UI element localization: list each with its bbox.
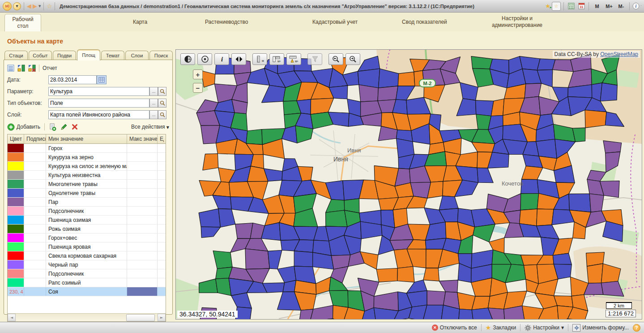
calendar-picker-button[interactable]	[97, 75, 107, 84]
date-input[interactable]	[48, 75, 97, 84]
layer-label: Слой:	[7, 112, 48, 118]
favorites-list-icon[interactable]: ☆	[552, 2, 561, 11]
settings-button[interactable]: Настройки ▼	[525, 324, 564, 331]
layer-open-button[interactable]	[158, 110, 166, 119]
param-open-button[interactable]	[158, 87, 166, 96]
edit-pencil-button[interactable]	[60, 123, 68, 130]
legend-columns-delete-icon[interactable]	[28, 65, 36, 72]
legend-row[interactable]: Культура неизвестна	[8, 171, 166, 180]
legend-row[interactable]: Черный пар	[8, 260, 166, 269]
color-swatch	[8, 234, 24, 242]
zoom-out-button[interactable]: −	[193, 83, 203, 93]
measure-object-area-button[interactable]: м²	[286, 53, 301, 65]
legend-row-selected[interactable]: 230, 4Соя	[8, 287, 166, 296]
column-header[interactable]: Мин значение	[46, 134, 127, 143]
param-input[interactable]	[48, 87, 149, 96]
legend-row[interactable]: Однолетние травы	[8, 189, 166, 198]
add-favorite-icon[interactable]: ★➤	[545, 3, 550, 9]
map-canvas[interactable]: ИвняИвняКочетовМ-2	[176, 50, 642, 319]
object-type-select-button[interactable]: ...	[149, 99, 158, 108]
edit-form-button[interactable]: Изменить форму...	[572, 324, 629, 332]
measure-perimeter-area-button[interactable]: м²	[269, 53, 284, 65]
history-dropdown-icon[interactable]: ▼	[38, 4, 41, 8]
globe-button[interactable]	[180, 53, 195, 65]
legend-row[interactable]: Многолетние травы	[8, 180, 166, 189]
forward-button[interactable]: ▶	[33, 3, 37, 9]
legend-row[interactable]: Пар	[8, 198, 166, 207]
all-actions-button[interactable]: Все действия ▼	[131, 124, 169, 130]
back-button[interactable]: ◀	[27, 3, 31, 9]
filter-button[interactable]	[307, 53, 322, 65]
panel-tab-7[interactable]: Поиск	[149, 51, 173, 60]
layer-input[interactable]	[48, 110, 149, 119]
bookmarks-button[interactable]: ★ Закладки	[486, 324, 516, 331]
add-button[interactable]: Добавить	[7, 123, 40, 131]
legend-row[interactable]: Горох	[8, 144, 166, 153]
m-button[interactable]: M	[592, 2, 602, 11]
favorites-star-icon[interactable]: ☆	[47, 3, 52, 9]
scrollbar-thumb[interactable]	[126, 314, 155, 321]
scroll-left-arrow[interactable]: ◄	[8, 314, 16, 321]
legend-columns-icon[interactable]	[17, 65, 25, 72]
panel-tab-4[interactable]: Площ	[77, 49, 100, 61]
section-tab-5[interactable]: Свод показателей	[397, 13, 452, 31]
panel-tab-3[interactable]: Подви	[53, 51, 76, 60]
scale-bar: 2 km	[606, 302, 632, 309]
m-plus-button[interactable]: M+	[604, 2, 614, 11]
column-header[interactable]: Макс значен	[127, 134, 158, 143]
section-tab-2[interactable]: Карта	[128, 13, 152, 31]
legend-row[interactable]: Подсолнечник	[8, 207, 166, 216]
layer-select-button[interactable]: ...	[149, 110, 158, 119]
center-target-button[interactable]	[197, 53, 212, 65]
label-cell	[24, 216, 46, 224]
scroll-right-arrow[interactable]: ►	[158, 314, 166, 321]
panel-tab-6[interactable]: Слои	[125, 51, 149, 60]
pan-arrows-button[interactable]	[231, 53, 246, 65]
measure-length-button[interactable]: м	[252, 53, 267, 65]
max-value-cell	[127, 234, 158, 242]
openstreetmap-link[interactable]: OpenStreetMap	[600, 51, 638, 57]
section-tab-6[interactable]: Настройки и администрирование	[478, 13, 556, 31]
label-cell	[24, 180, 46, 188]
unit-cell	[158, 144, 164, 152]
legend-table-header: ЦветПодписьМин значениеМакс значенЕд	[8, 134, 166, 144]
section-tab-3[interactable]: Растениеводство	[200, 13, 252, 31]
info-menu-button[interactable]: i	[632, 2, 641, 11]
object-type-input[interactable]	[48, 99, 149, 108]
legend-row[interactable]: Пшеница яровая	[8, 242, 166, 251]
m-minus-button[interactable]: M-	[616, 2, 627, 11]
zoom-next-button[interactable]	[345, 53, 360, 65]
map-viewport[interactable]: ИвняИвняКочетовМ-2 i м м² м² + − Data CC…	[175, 49, 642, 320]
legend-row[interactable]: Кукуруза на зерно	[8, 153, 166, 162]
object-type-open-button[interactable]	[158, 99, 166, 108]
info-button[interactable]: i	[214, 53, 229, 65]
help-button[interactable]: ?	[633, 324, 640, 332]
panel-tab-1[interactable]: Стаци	[4, 51, 28, 60]
legend-row[interactable]: Рожь озимая	[8, 225, 166, 234]
calendar-icon[interactable]: 31	[577, 2, 586, 11]
panel-tab-5[interactable]: Темат	[101, 51, 124, 60]
zoom-in-button[interactable]: +	[193, 69, 203, 79]
param-select-button[interactable]: ...	[149, 87, 158, 96]
column-header[interactable]: Цвет	[8, 134, 24, 143]
section-tab-1[interactable]: Рабочий стол	[4, 14, 41, 31]
legend-row[interactable]: Горох+овес	[8, 234, 166, 242]
legend-row[interactable]: Пшеница озимая	[8, 216, 166, 225]
delete-button[interactable]	[72, 124, 78, 130]
section-tab-4[interactable]: Кадастровый учет	[308, 13, 362, 31]
main-menu-button[interactable]: ▼	[13, 2, 21, 10]
zoom-previous-button[interactable]	[328, 53, 343, 65]
legend-row[interactable]: Свекла кормовая сахарная	[8, 251, 166, 260]
column-header[interactable]: Подпись	[24, 134, 46, 143]
legend-row[interactable]: Кукуруза на силос и зеленую масс	[8, 162, 166, 171]
panel-tab-2[interactable]: Событ	[29, 51, 52, 60]
report-label[interactable]: Отчет	[43, 65, 57, 71]
legend-row[interactable]: Подсолнечник	[8, 269, 166, 278]
legend-row[interactable]: Рапс озимый	[8, 278, 166, 287]
disable-all-button[interactable]: ✕ Отключить все	[432, 324, 477, 331]
copy-item-button[interactable]	[49, 123, 56, 131]
column-header[interactable]: Ед	[158, 134, 164, 143]
calculator-icon[interactable]	[567, 2, 576, 11]
list-report-icon[interactable]	[7, 65, 14, 72]
horizontal-scrollbar[interactable]: ◄ ►	[8, 313, 166, 321]
